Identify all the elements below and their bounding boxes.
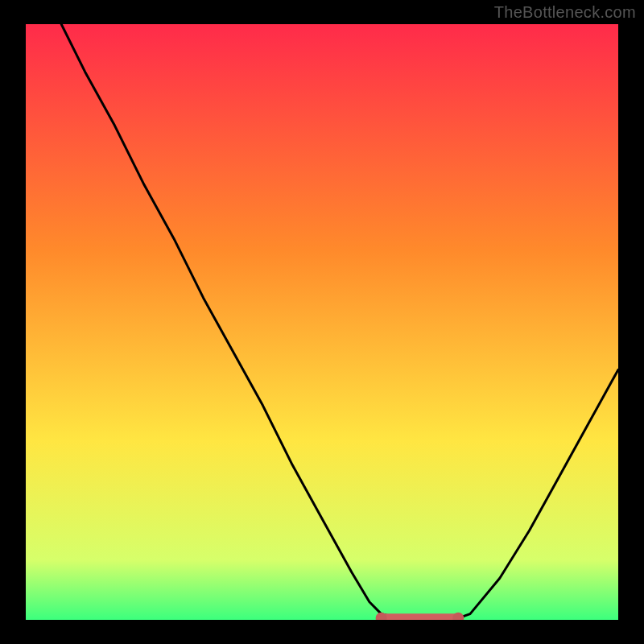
chart-stage: TheBottleneck.com xyxy=(0,0,644,644)
chart-svg xyxy=(26,24,618,620)
watermark-text: TheBottleneck.com xyxy=(494,3,636,22)
plot-area xyxy=(26,24,618,620)
